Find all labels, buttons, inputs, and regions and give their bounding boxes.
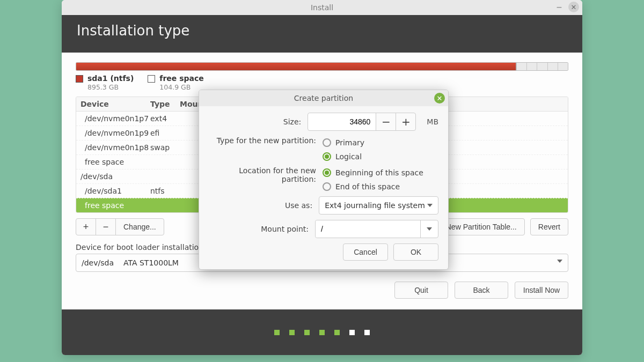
- legend: sda1 (ntfs) 895.3 GB free space 104.9 GB: [76, 74, 568, 91]
- radio-beginning[interactable]: Beginning of this space: [323, 168, 423, 177]
- install-now-button[interactable]: Install Now: [515, 282, 568, 299]
- chevron-down-icon: [427, 204, 433, 207]
- use-as-label: Use as:: [209, 201, 312, 210]
- ok-button[interactable]: OK: [393, 243, 438, 261]
- radio-primary[interactable]: Primary: [323, 138, 364, 147]
- size-row: Size: − + MB: [209, 113, 438, 131]
- size-input[interactable]: [308, 113, 376, 131]
- cell-type: ext4: [146, 112, 175, 125]
- col-type-header[interactable]: Type: [146, 97, 175, 111]
- size-decrement-button[interactable]: −: [376, 113, 396, 131]
- size-unit: MB: [427, 117, 438, 126]
- step-dot: [334, 330, 340, 335]
- usage-segment-free: [516, 63, 568, 70]
- step-dot: [304, 330, 310, 335]
- radio-logical[interactable]: Logical: [323, 152, 364, 161]
- size-label: Size:: [209, 117, 301, 126]
- radio-icon: [323, 138, 331, 147]
- wizard-footer: Quit Back Install Now: [76, 282, 568, 299]
- cell-device: /dev/sda: [76, 169, 146, 183]
- dialog-title: Create partition: [294, 94, 353, 102]
- legend-item-free: free space 104.9 GB: [148, 74, 203, 91]
- minimize-icon[interactable]: −: [554, 2, 564, 12]
- mount-point-input[interactable]: [316, 220, 421, 238]
- dialog-titlebar: Create partition ✕: [199, 90, 448, 106]
- cell-type: swap: [146, 141, 175, 154]
- cell-device: free space: [76, 155, 146, 169]
- radio-icon: [323, 182, 331, 191]
- mount-label: Mount point:: [209, 225, 309, 233]
- legend-label: free space: [159, 74, 203, 83]
- type-row: Type for the new partition: Primary Logi…: [209, 136, 438, 161]
- close-icon[interactable]: ✕: [568, 2, 579, 12]
- step-dot: [274, 330, 280, 335]
- chevron-down-icon: [557, 260, 562, 263]
- step-dot: [289, 330, 295, 335]
- use-as-row: Use as: Ext4 journaling file system: [209, 196, 438, 215]
- cell-device: /dev/nvme0n1p7: [76, 112, 146, 125]
- radio-icon-selected: [323, 152, 331, 161]
- dialog-close-icon[interactable]: ✕: [434, 93, 445, 104]
- cell-type: efi: [146, 126, 175, 140]
- cancel-button[interactable]: Cancel: [343, 243, 388, 261]
- usage-segment-used: [76, 63, 516, 70]
- cell-device: free space: [76, 198, 146, 212]
- radio-icon-selected: [323, 168, 331, 177]
- size-stepper: − +: [308, 113, 416, 131]
- type-label: Type for the new partition:: [209, 136, 316, 145]
- dialog-actions: Cancel OK: [209, 243, 438, 261]
- mount-row: Mount point:: [209, 220, 438, 238]
- radio-end[interactable]: End of this space: [323, 182, 423, 191]
- create-partition-dialog: Create partition ✕ Size: − + MB Type for…: [199, 90, 449, 270]
- use-as-combobox[interactable]: Ext4 journaling file system: [319, 196, 438, 215]
- use-as-value: Ext4 journaling file system: [325, 201, 425, 210]
- back-button[interactable]: Back: [455, 282, 508, 299]
- remove-partition-button[interactable]: −: [96, 218, 116, 235]
- mount-point-dropdown-button[interactable]: [421, 227, 438, 231]
- location-label: Location for the new partition:: [209, 166, 316, 183]
- legend-label: sda1 (ntfs): [87, 74, 134, 83]
- cell-device: /dev/nvme0n1p9: [76, 126, 146, 140]
- col-device-header[interactable]: Device: [76, 97, 146, 111]
- location-row: Location for the new partition: Beginnin…: [209, 166, 438, 191]
- step-dot: [364, 330, 370, 335]
- step-dot-active: [349, 330, 355, 335]
- size-increment-button[interactable]: +: [396, 113, 416, 131]
- mount-point-combobox[interactable]: [315, 220, 438, 238]
- page-header: Installation type: [62, 15, 582, 53]
- cell-device: /dev/sda1: [76, 184, 146, 198]
- legend-swatch-icon: [148, 75, 155, 83]
- legend-size: 104.9 GB: [159, 83, 191, 91]
- cell-type: ntfs: [146, 184, 175, 198]
- new-partition-table-button[interactable]: New Partition Table...: [438, 218, 525, 235]
- legend-size: 895.3 GB: [87, 83, 119, 91]
- disk-usage-bar: [76, 62, 568, 71]
- window-titlebar: Install − ✕: [62, 0, 582, 15]
- quit-button[interactable]: Quit: [394, 282, 448, 299]
- change-partition-button[interactable]: Change...: [115, 218, 164, 235]
- legend-item-used: sda1 (ntfs) 895.3 GB: [76, 74, 134, 91]
- legend-swatch-icon: [76, 75, 83, 83]
- revert-button[interactable]: Revert: [530, 218, 568, 235]
- cell-type: [146, 155, 175, 169]
- bootloader-device: /dev/sda: [82, 258, 114, 267]
- cell-device: /dev/nvme0n1p8: [76, 141, 146, 154]
- step-dot: [319, 330, 325, 335]
- add-partition-button[interactable]: +: [76, 218, 96, 235]
- window-title: Install: [311, 3, 333, 12]
- cell-type: [146, 169, 175, 183]
- chevron-down-icon: [427, 227, 432, 231]
- bootloader-desc: ATA ST1000LM: [123, 258, 179, 267]
- page-title: Installation type: [77, 23, 189, 39]
- progress-dots: [62, 309, 582, 355]
- cell-type: [146, 198, 175, 212]
